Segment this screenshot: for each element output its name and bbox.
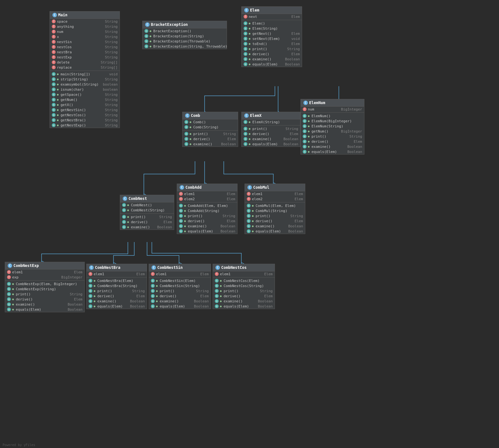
- main-method-getnestbra: m ● getNestBra() String: [50, 118, 120, 123]
- class-combadd: C CombAdd f elem1 Elem f elem2 Elem m ● …: [177, 184, 238, 234]
- be-method-1: m ● BracketException(): [143, 28, 227, 34]
- class-bracketexception-header: C BracketException: [143, 21, 227, 28]
- main-method-getnestexp: m ● getNestExp() String: [50, 123, 120, 128]
- class-bracketexception: C BracketException m ● BracketException(…: [142, 21, 227, 49]
- main-method-getnestcos: m ● getNestCos() String: [50, 112, 120, 118]
- be-method-4: m ● BracketException(String, Throwable): [143, 44, 227, 49]
- class-combnestbra: C CombNestBra f elem1 Elem m ● CombNestB…: [86, 264, 147, 309]
- main-field-num: f num String: [50, 29, 120, 34]
- elem-method-ctor1: m ● Elem(): [242, 21, 302, 26]
- main-field-replace: f replace String[]: [50, 65, 120, 70]
- main-method-strip: m ● strip(String) String: [50, 77, 120, 82]
- class-elem: C Elem f next Elem m ● Elem() m ● Elem(S…: [241, 6, 302, 67]
- class-combmul: C CombMul f elem1 Elem f elem2 Elem m ● …: [245, 184, 305, 234]
- class-bracketexception-icon: C: [145, 22, 150, 27]
- elem-method-getnext: m ● getNext() Elem: [242, 31, 302, 36]
- main-field-nestsin: f nestSin String: [50, 39, 120, 44]
- class-combnestsin: C CombNestSin f elem1 Elem m ● CombNestS…: [149, 264, 211, 309]
- class-combnestexp: C CombNestExp f elem1 Elem f exp BigInte…: [5, 262, 85, 312]
- class-main-name: Main: [58, 13, 67, 17]
- be-method-3: m ● BracketException(Throwable): [143, 39, 227, 44]
- main-field-nestexp: f nestExp String: [50, 55, 120, 60]
- class-elemnum: C ElemNum f num BigInteger m ● ElemNum()…: [300, 99, 364, 155]
- watermark: Powered by yFiles: [3, 443, 35, 447]
- class-combnestcos: C CombNestCos f elem1 Elem m ● CombNestC…: [213, 264, 275, 309]
- main-field-anything: f anything String: [50, 24, 120, 29]
- diagram-canvas: C Main f space String f anything String …: [0, 0, 499, 448]
- main-field-delete: f delete String[]: [50, 60, 120, 65]
- elem-method-derive: m ● derive() Elem: [242, 51, 302, 57]
- main-method-getnum: m ● getNum() String: [50, 97, 120, 102]
- be-method-2: m ● BracketException(String): [143, 34, 227, 39]
- class-main-header: C Main: [50, 11, 120, 19]
- main-method-getnestsin: m ● getNestSin() String: [50, 107, 120, 112]
- elem-field-next: f next Elem: [242, 14, 302, 19]
- main-field-nestbra: f nestBra String: [50, 49, 120, 55]
- class-comb: C Comb m ● Comb() m ● Comb(String) m ● p…: [182, 112, 238, 147]
- elem-method-setnext: m ● setNext(Elem) void: [242, 36, 302, 41]
- main-method-getspace: m ● getSpace() String: [50, 92, 120, 97]
- elem-method-toend: m ● toEnd() Elem: [242, 41, 302, 46]
- main-vis-space: f: [52, 19, 56, 23]
- main-field-nestcos: f nestCos String: [50, 44, 120, 49]
- elem-method-print: m ● print() String: [242, 46, 302, 51]
- main-field-x: f x String: [50, 34, 120, 39]
- class-main-icon: C: [52, 13, 57, 17]
- class-elemx: C ElemX m ● ElemX(String) m ● print() St…: [241, 112, 300, 147]
- class-elem-header: C Elem: [242, 7, 302, 14]
- class-main: C Main f space String f anything String …: [50, 11, 120, 128]
- main-method-examsymbol: m ● examsymbol(String) boolean: [50, 82, 120, 87]
- main-field-space: f space String: [50, 19, 120, 24]
- elem-method-equals: m ● equals(Elem) Boolean: [242, 62, 302, 67]
- class-combnest: C CombNest m ● CombNest() m ● CombNest(S…: [120, 195, 174, 230]
- elem-method-examine: m ● examine() Boolean: [242, 57, 302, 62]
- main-method-getx: m ● getX() String: [50, 102, 120, 107]
- main-method-isnum: m ● isnum(char) boolean: [50, 87, 120, 92]
- elem-method-ctor2: m ● Elem(String): [242, 26, 302, 31]
- main-method-main: m ● main(String[]) void: [50, 72, 120, 77]
